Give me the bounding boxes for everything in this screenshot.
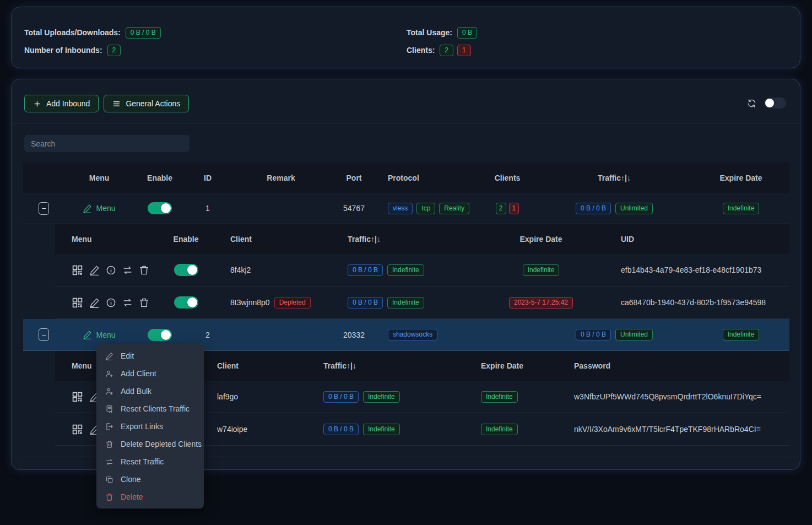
stats-panel: Total Uploads/Downloads: 0 B / 0 B Numbe…	[11, 7, 800, 68]
menu-item-delete-depleted-clients[interactable]: Delete Depleted Clients	[96, 435, 204, 453]
qr-code-icon[interactable]	[72, 391, 83, 403]
export-icon	[105, 423, 113, 431]
menu-item-export-links[interactable]: Export Links	[96, 418, 204, 435]
expire-badge: Indefinite	[523, 264, 560, 276]
refresh-icon[interactable]	[747, 99, 756, 108]
client-enable-toggle[interactable]	[174, 264, 198, 276]
toolbar-divider	[12, 123, 800, 123]
expire-badge: Indefinite	[481, 424, 518, 435]
column-header-traffic-sort[interactable]: Traffic↑|↓	[535, 174, 693, 182]
edit-client-icon[interactable]	[89, 297, 100, 308]
protocol-badge: vless	[388, 203, 413, 214]
auto-refresh-toggle[interactable]	[764, 98, 786, 109]
inbound-port: 54767	[332, 204, 376, 213]
stat-label: Total Uploads/Downloads:	[24, 28, 121, 37]
column-header-uid: UID	[603, 235, 789, 243]
collapse-row-button[interactable]: −	[39, 328, 49, 341]
collapse-row-button[interactable]: −	[39, 202, 49, 215]
general-actions-label: General Actions	[126, 99, 180, 108]
toggle-knob	[161, 203, 171, 213]
client-actions	[72, 297, 149, 308]
client-table-header-row: Menu Enable Client Traffic↑|↓ Expire Dat…	[55, 224, 789, 254]
delete-client-icon[interactable]	[139, 297, 149, 308]
column-header-client: Client	[212, 361, 317, 370]
menu-item-edit[interactable]: Edit	[96, 347, 204, 365]
column-header-id: ID	[186, 174, 230, 182]
column-header-menu: Menu	[55, 235, 160, 243]
qr-code-icon[interactable]	[72, 424, 83, 435]
traffic-limit-badge: Unlimited	[615, 203, 653, 214]
client-name: laf9go	[212, 392, 317, 401]
column-header-traffic-sort[interactable]: Traffic↑|↓	[339, 235, 479, 243]
column-header-clients: Clients	[479, 174, 535, 182]
trash-lines-icon	[105, 440, 113, 448]
client-name: 8t3wjnn8p0	[230, 298, 270, 307]
sync-icon	[105, 458, 113, 466]
menu-item-label: Reset Clients Traffic	[121, 404, 190, 413]
column-header-client: Client	[212, 235, 339, 243]
column-header-password: Password	[567, 361, 789, 370]
inbound-menu-link[interactable]: Menu	[83, 204, 115, 213]
stat-badge: 0 B / 0 B	[126, 27, 161, 39]
stat-label: Clients:	[407, 46, 435, 55]
menu-item-add-client[interactable]: Add Client	[96, 365, 204, 382]
menu-item-reset-clients-traffic[interactable]: Reset Clients Traffic	[96, 400, 204, 418]
hamburger-icon	[112, 100, 121, 108]
delete-client-icon[interactable]	[139, 265, 149, 275]
inbound-menu-link[interactable]: Menu	[83, 330, 115, 339]
inbound-id: 1	[186, 204, 230, 213]
reset-traffic-icon[interactable]	[122, 265, 133, 275]
menu-item-label: Add Bulk	[121, 387, 151, 396]
general-actions-button[interactable]: General Actions	[104, 95, 189, 112]
client-row: 8f4kj2 0 B / 0 B Indefinite Indefinite e…	[55, 254, 789, 286]
menu-link-label: Menu	[96, 331, 115, 339]
client-password: nkV/I/3XoAm9v6xMT/T5lcrF4TpeTKF98rHARbRo…	[567, 425, 789, 434]
menu-item-clone[interactable]: Clone	[96, 470, 204, 488]
clients-depleted-badge: 1	[509, 203, 519, 214]
plus-icon	[33, 100, 41, 108]
menu-item-reset-traffic[interactable]: Reset Traffic	[96, 453, 204, 470]
trash-icon	[105, 493, 113, 501]
top-controls	[747, 98, 786, 109]
edit-client-icon[interactable]	[89, 265, 100, 275]
add-inbound-button[interactable]: Add Inbound	[24, 95, 99, 112]
column-header-menu: Menu	[64, 174, 134, 182]
info-icon[interactable]	[106, 265, 116, 275]
stat-badge: 0 B	[457, 27, 477, 39]
clients-active-badge: 2	[496, 203, 506, 214]
column-header-expire-date: Expire Date	[479, 235, 603, 243]
inbound-enable-toggle[interactable]	[148, 329, 172, 341]
traffic-limit-badge: Indefinite	[387, 264, 424, 276]
client-table-vless: Menu Enable Client Traffic↑|↓ Expire Dat…	[55, 224, 789, 319]
column-header-expire-date: Expire Date	[693, 174, 789, 182]
toggle-knob	[187, 297, 197, 307]
client-uid: ca68470b-1940-437d-802b-1f9573e94598	[603, 298, 789, 307]
client-actions	[72, 264, 149, 276]
inbound-row-1: − Menu 1 54767 vless tcp Reality 2 1 0	[23, 193, 789, 224]
traffic-limit-badge: Indefinite	[387, 297, 424, 308]
inbound-enable-toggle[interactable]	[148, 202, 172, 214]
stat-label: Total Usage:	[407, 28, 452, 37]
security-badge: Reality	[439, 203, 469, 214]
menu-item-delete[interactable]: Delete	[96, 488, 204, 506]
search-input[interactable]	[24, 135, 190, 152]
add-inbound-label: Add Inbound	[46, 99, 90, 108]
stat-badge: 2	[107, 45, 121, 56]
reset-traffic-icon[interactable]	[122, 297, 133, 308]
stat-number-inbounds: Number of Inbounds: 2	[24, 44, 121, 57]
menu-item-add-bulk[interactable]: Add Bulk	[96, 382, 204, 400]
column-header-expire-date: Expire Date	[471, 361, 567, 370]
qr-code-icon[interactable]	[72, 264, 83, 276]
menu-item-label: Edit	[121, 351, 134, 360]
edit-pencil-icon	[83, 204, 92, 213]
document-icon	[105, 405, 113, 413]
column-header-traffic-sort[interactable]: Traffic↑|↓	[317, 361, 471, 370]
info-icon[interactable]	[106, 297, 116, 308]
traffic-badge: 0 B / 0 B	[576, 329, 611, 340]
traffic-badge: 0 B / 0 B	[323, 391, 359, 403]
client-enable-toggle[interactable]	[174, 296, 198, 308]
stat-badge-active-clients: 2	[440, 45, 453, 56]
qr-code-icon[interactable]	[72, 297, 83, 308]
client-uid: efb14b43-4a79-4e83-ef18-e48cf1901b73	[603, 266, 789, 274]
column-header-port: Port	[332, 174, 376, 182]
